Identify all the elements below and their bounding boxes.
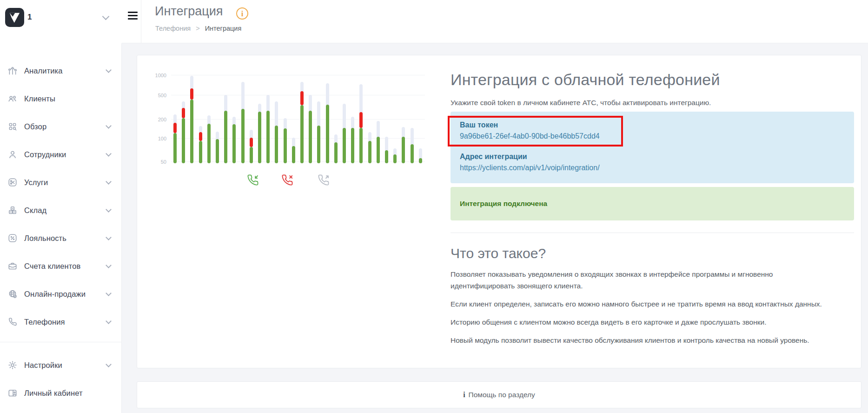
chart-bar	[351, 75, 354, 163]
sidebar-item-label: Аналитика	[24, 67, 106, 75]
sidebar-item-settings[interactable]: Настройки	[0, 351, 122, 379]
chevron-down-icon	[106, 361, 112, 367]
chevron-down-icon[interactable]	[102, 13, 110, 20]
calls-chart: 100050020010050	[157, 75, 436, 200]
analytics-icon	[7, 65, 18, 76]
workspace-switcher[interactable]: 1	[0, 0, 122, 43]
outgoing-call-icon	[317, 173, 331, 187]
token-label: Ваш токен	[460, 121, 843, 129]
menu-toggle-button[interactable]	[128, 12, 138, 20]
chevron-down-icon	[106, 151, 112, 157]
sidebar-item-clients[interactable]: Клиенты	[0, 85, 122, 113]
sidebar-item-label: Телефония	[24, 318, 106, 326]
section-divider	[451, 233, 854, 233]
chart-ytick-label: 50	[139, 159, 166, 165]
chart-ytick-label: 100	[139, 136, 166, 141]
chevron-down-icon	[106, 179, 112, 185]
chevron-down-icon	[106, 262, 112, 268]
breadcrumb-current: Интеграция	[205, 25, 242, 32]
status-text: Интеграция подключена	[460, 200, 547, 208]
sidebar-item-staff[interactable]: Сотрудники	[0, 140, 122, 168]
chart-bar	[393, 75, 397, 163]
sidebar-item-label: Лояльность	[24, 234, 106, 243]
chevron-down-icon	[106, 234, 112, 240]
chart-ytick-label: 200	[139, 117, 166, 122]
about-paragraph: Позволяет показывать уведомления о входя…	[451, 268, 822, 292]
chart-bar	[250, 75, 253, 163]
sidebar-item-label: Обзор	[24, 122, 106, 131]
chart-bar	[385, 75, 388, 163]
sidebar-item-services[interactable]: Услуги	[0, 168, 122, 196]
sidebar-item-label: Склад	[24, 206, 106, 215]
help-link[interactable]: i Помощь по разделу	[137, 382, 861, 408]
chart-bar	[368, 75, 371, 163]
chart-bar	[190, 75, 193, 163]
chart-bar	[334, 75, 338, 163]
telephony-icon	[7, 316, 18, 327]
breadcrumb-separator: >	[196, 25, 199, 32]
chart-bar	[317, 75, 320, 163]
chart-bar	[343, 75, 346, 163]
top-header: 1 Интеграция i Телефония > Интеграция	[0, 0, 868, 43]
integration-section: Интеграция с облачной телефонией Укажите…	[451, 70, 854, 353]
about-paragraph: Новый модуль позволит вывести качество о…	[451, 334, 822, 346]
chart-bar	[326, 75, 329, 163]
overview-icon	[7, 121, 18, 132]
chart-bar	[224, 75, 227, 163]
sidebar-item-cabinet[interactable]: Личный кабинет	[0, 379, 122, 407]
clients-icon	[7, 93, 18, 104]
chart-bar	[359, 75, 363, 163]
token-value[interactable]: 9a96be61-26ef-4ab0-90bd-be46bb57cdd4	[460, 132, 843, 140]
sidebar-item-telephony[interactable]: Телефония	[0, 308, 122, 336]
about-paragraphs: Позволяет показывать уведомления о входя…	[451, 268, 822, 346]
sidebar-item-label: Счета клиентов	[24, 262, 106, 271]
chevron-down-icon	[106, 206, 112, 213]
chart-ytick-label: 500	[139, 93, 166, 98]
chart-bar	[402, 75, 405, 163]
sidebar-item-accounts[interactable]: Счета клиентов	[0, 252, 122, 280]
sidebar-item-analytics[interactable]: Аналитика	[0, 57, 122, 85]
chevron-down-icon	[106, 67, 112, 73]
cabinet-icon	[7, 387, 18, 399]
integration-address-label: Адрес интеграции	[460, 153, 843, 161]
chart-bar	[216, 75, 219, 163]
status-banner: Интеграция подключена	[451, 187, 854, 220]
token-info-box: Ваш токен 9a96be61-26ef-4ab0-90bd-be46bb…	[451, 112, 854, 183]
accounts-icon	[7, 260, 18, 272]
chart-bar	[182, 75, 185, 163]
about-title: Что это такое?	[451, 244, 854, 263]
info-i-icon: i	[463, 391, 465, 399]
info-icon[interactable]: i	[236, 7, 248, 20]
chart-bar	[275, 75, 278, 163]
integration-address-value[interactable]: https://yclients.com/api/v1/voip/integra…	[460, 164, 843, 172]
sidebar-item-overview[interactable]: Обзор	[0, 113, 122, 140]
sidebar-footer-list: НастройкиЛичный кабинет	[0, 351, 122, 407]
settings-icon	[7, 360, 18, 371]
chart-ytick-label: 1000	[139, 73, 166, 78]
page-title: Интеграция	[155, 4, 223, 19]
chart-bar	[300, 75, 304, 163]
sidebar-item-warehouse[interactable]: Склад	[0, 196, 122, 224]
sidebar-item-label: Услуги	[24, 178, 106, 187]
missed-call-icon	[280, 173, 294, 187]
chart-bar	[419, 75, 422, 163]
chart-phone-icons	[171, 173, 425, 192]
chart-bar	[309, 75, 312, 163]
chart-bar	[411, 75, 414, 163]
sidebar-item-online-sales[interactable]: Онлайн-продажи	[0, 280, 122, 308]
yclients-logo	[5, 8, 24, 27]
integration-card: 100050020010050 Интеграция с облачной те…	[137, 55, 861, 368]
chart-bar	[292, 75, 295, 163]
breadcrumb-parent[interactable]: Телефония	[155, 25, 191, 32]
sidebar-item-label: Онлайн-продажи	[24, 290, 106, 299]
sidebar-divider	[0, 342, 122, 342]
sidebar-item-label: Клиенты	[24, 94, 111, 103]
workspace-label: 1	[27, 13, 32, 22]
chart-bar	[173, 75, 177, 163]
chart-plot: 100050020010050	[171, 75, 425, 163]
sidebar: АналитикаКлиентыОбзорСотрудникиУслугиСкл…	[0, 43, 122, 413]
about-paragraph: Если клиент определен, записать его можн…	[451, 298, 822, 310]
staff-icon	[7, 149, 18, 160]
sidebar-item-label: Личный кабинет	[24, 389, 111, 398]
sidebar-item-loyalty[interactable]: Лояльность	[0, 224, 122, 252]
